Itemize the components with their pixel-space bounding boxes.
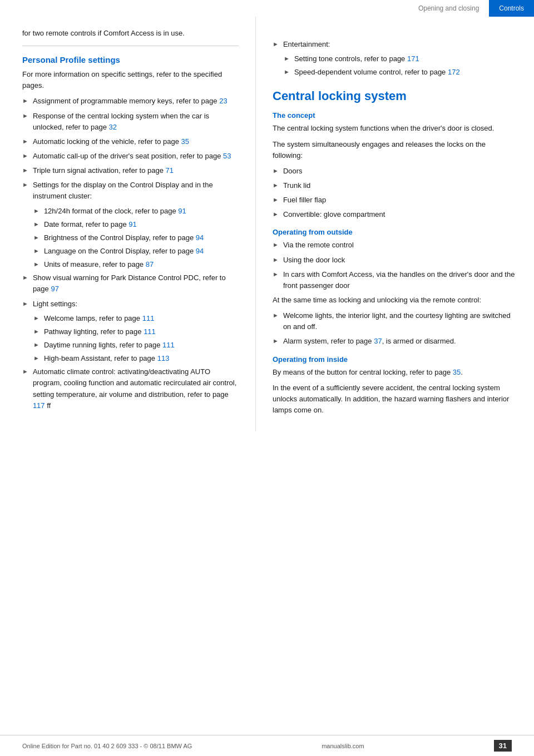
list-item: ► 12h/24h format of the clock, refer to … <box>33 206 239 217</box>
operating-inside-para2: In the event of a sufficiently severe ac… <box>273 382 517 416</box>
page-link[interactable]: 91 <box>178 207 186 215</box>
list-item-text: Speed-dependent volume control, refer to… <box>294 67 517 78</box>
page-link[interactable]: 117 <box>33 401 45 410</box>
arrow-icon: ► <box>273 240 279 250</box>
list-item: ► Setting tone controls, refer to page 1… <box>284 53 517 64</box>
concept-para1: The central locking system functions whe… <box>273 123 517 134</box>
list-item: ► Via the remote control <box>273 240 517 251</box>
footer-page-number: 31 <box>494 740 512 752</box>
list-item-text: Setting tone controls, refer to page 171 <box>294 53 517 64</box>
arrow-icon: ► <box>284 67 290 77</box>
arrow-icon: ► <box>273 311 279 320</box>
arrow-icon: ► <box>33 260 39 269</box>
arrow-icon: ► <box>33 246 39 256</box>
page-link[interactable]: 94 <box>196 233 204 242</box>
list-item-text: Pathway lighting, refer to page 111 <box>44 326 239 337</box>
list-item: ► High-beam Assistant, refer to page 113 <box>33 353 239 364</box>
list-item: ► Welcome lamps, refer to page 111 <box>33 313 239 324</box>
page-link[interactable]: 113 <box>157 354 170 362</box>
tab-opening-closing[interactable]: Opening and closing <box>408 0 489 17</box>
list-item: ► Automatic climate control: activating/… <box>22 366 239 411</box>
arrow-icon: ► <box>273 181 279 190</box>
list-item-text: Convertible: glove compartment <box>283 209 517 220</box>
sub-list: ► Setting tone controls, refer to page 1… <box>284 53 517 78</box>
arrow-icon: ► <box>33 233 39 242</box>
list-item: ► Light settings: <box>22 299 239 310</box>
page-link[interactable]: 94 <box>196 247 204 255</box>
list-item: ► In cars with Comfort Access, via the h… <box>273 269 517 291</box>
left-column: for two remote controls if Comfort Acces… <box>0 17 256 431</box>
list-item-text: Automatic locking of the vehicle, refer … <box>33 136 239 147</box>
page-link[interactable]: 111 <box>162 341 175 349</box>
sub-list: ► Welcome lamps, refer to page 111 ► Pat… <box>33 313 239 365</box>
page-link[interactable]: 172 <box>448 68 460 76</box>
list-item-text: Assignment of programmable memory keys, … <box>33 96 239 107</box>
list-item: ► Triple turn signal activation, refer t… <box>22 165 239 176</box>
list-item: ► Using the door lock <box>273 255 517 266</box>
page-link[interactable]: 111 <box>142 314 155 322</box>
list-item-text: Light settings: <box>33 299 239 310</box>
footer-website: manualslib.com <box>322 743 364 749</box>
list-item: ► Automatic call-up of the driver's seat… <box>22 151 239 162</box>
page-link[interactable]: 97 <box>51 285 58 293</box>
arrow-icon: ► <box>33 206 39 216</box>
arrow-icon: ► <box>22 111 28 121</box>
list-item-text: Show visual warning for Park Distance Co… <box>33 272 239 295</box>
list-item-text: Via the remote control <box>283 240 517 251</box>
operating-outside-para1: At the same time as locking and unlockin… <box>273 295 517 306</box>
list-item-text: Units of measure, refer to page 87 <box>44 259 239 270</box>
operating-inside-heading: Operating from inside <box>273 355 517 364</box>
list-item-text: Daytime running lights, refer to page 11… <box>44 340 239 351</box>
list-item: ► Language on the Control Display, refer… <box>33 246 239 257</box>
page-link[interactable]: 23 <box>219 97 227 105</box>
arrow-icon: ► <box>22 299 28 309</box>
page-link[interactable]: 35 <box>181 137 189 146</box>
list-item-text: Automatic call-up of the driver's seat p… <box>33 151 239 162</box>
page-link[interactable]: 111 <box>144 327 156 336</box>
arrow-icon: ► <box>273 166 279 176</box>
arrow-icon: ► <box>273 336 279 346</box>
list-item-text: Trunk lid <box>283 180 517 191</box>
list-item-text: Date format, refer to page 91 <box>44 219 239 230</box>
arrow-icon: ► <box>22 166 28 175</box>
arrow-icon: ► <box>22 137 28 146</box>
list-item-text: Entertainment: <box>283 39 517 50</box>
list-item: ► Alarm system, refer to page 37, is arm… <box>273 336 517 347</box>
list-item: ► Doors <box>273 166 517 177</box>
list-item: ► Daytime running lights, refer to page … <box>33 340 239 351</box>
page-link[interactable]: 87 <box>146 260 154 268</box>
page-link[interactable]: 171 <box>407 54 419 63</box>
central-locking-heading: Central locking system <box>273 89 517 103</box>
list-item-text: Settings for the display on the Control … <box>33 180 239 202</box>
intro-text: for two remote controls if Comfort Acces… <box>22 28 239 39</box>
list-item: ► Brightness of the Control Display, ref… <box>33 232 239 243</box>
arrow-icon: ► <box>33 220 39 229</box>
list-item-text: Welcome lamps, refer to page 111 <box>44 313 239 324</box>
page-container: Opening and closing Controls for two rem… <box>0 0 534 756</box>
list-item: ► Show visual warning for Park Distance … <box>22 272 239 295</box>
page-link[interactable]: 35 <box>453 368 461 376</box>
arrow-icon: ► <box>22 151 28 161</box>
list-item: ► Settings for the display on the Contro… <box>22 180 239 202</box>
page-link[interactable]: 91 <box>128 220 136 228</box>
list-item: ► Units of measure, refer to page 87 <box>33 259 239 270</box>
arrow-icon: ► <box>22 273 28 282</box>
list-item-text: 12h/24h format of the clock, refer to pa… <box>44 206 239 217</box>
list-item: ► Fuel filler flap <box>273 195 517 206</box>
page-link[interactable]: 53 <box>223 152 231 160</box>
sub-list: ► 12h/24h format of the clock, refer to … <box>33 206 239 271</box>
arrow-icon: ► <box>273 39 279 49</box>
list-item: ► Entertainment: <box>273 39 517 50</box>
page-link[interactable]: 37 <box>374 337 382 345</box>
operating-outside-heading: Operating from outside <box>273 228 517 236</box>
list-item: ► Speed-dependent volume control, refer … <box>284 67 517 78</box>
list-item: ► Date format, refer to page 91 <box>33 219 239 230</box>
arrow-icon: ► <box>33 314 39 323</box>
arrow-icon: ► <box>33 340 39 350</box>
page-link[interactable]: 71 <box>166 166 174 175</box>
list-item-text: In cars with Comfort Access, via the han… <box>283 269 517 291</box>
divider <box>22 46 239 46</box>
arrow-icon: ► <box>33 354 39 363</box>
tab-controls[interactable]: Controls <box>489 0 534 17</box>
page-link[interactable]: 32 <box>108 123 116 131</box>
